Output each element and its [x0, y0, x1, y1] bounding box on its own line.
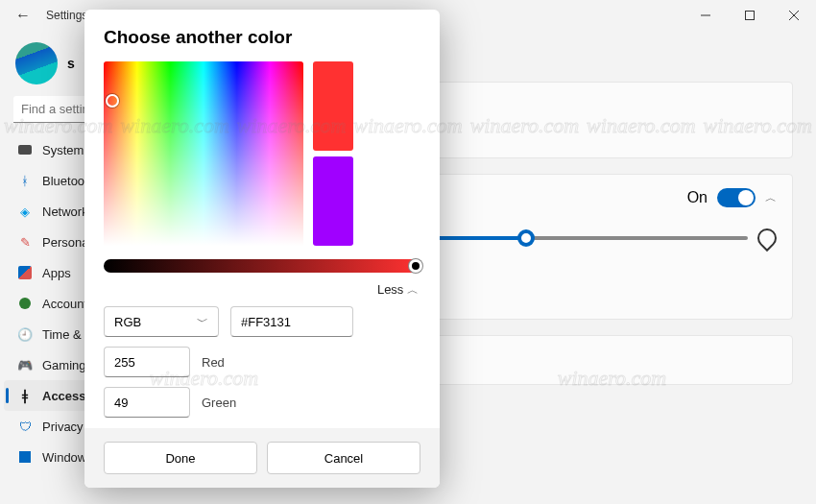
- hex-input[interactable]: [230, 306, 353, 337]
- svg-rect-1: [746, 12, 755, 20]
- accessibility-icon: ǂ: [17, 388, 33, 403]
- modal-title: Choose another color: [104, 27, 420, 48]
- clock-icon: 🕘: [17, 326, 33, 342]
- color-mode-select[interactable]: RGB ﹀: [104, 306, 219, 337]
- update-icon: [17, 449, 33, 465]
- wifi-icon: ◈: [17, 204, 33, 219]
- done-button[interactable]: Done: [104, 442, 257, 474]
- close-button[interactable]: [772, 0, 816, 31]
- avatar: [15, 42, 58, 84]
- chevron-up-icon: ︿: [407, 283, 419, 297]
- bluetooth-icon: ᚼ: [17, 173, 33, 188]
- apps-icon: [17, 265, 33, 280]
- window-controls: [684, 0, 816, 31]
- value-slider[interactable]: [104, 259, 420, 273]
- app-title: Settings: [46, 9, 87, 22]
- less-toggle[interactable]: Less ︿: [104, 280, 420, 306]
- size-large-icon: [754, 225, 780, 252]
- red-label: Red: [202, 355, 225, 370]
- color-gradient[interactable]: [104, 61, 303, 246]
- previous-color-preview: [313, 156, 353, 246]
- chevron-up-icon[interactable]: ︿: [765, 190, 777, 206]
- minimize-button[interactable]: [684, 0, 728, 31]
- maximize-button[interactable]: [728, 0, 772, 31]
- gamepad-icon: 🎮: [17, 357, 33, 372]
- indicator-toggle[interactable]: [717, 188, 756, 207]
- shield-icon: 🛡: [17, 419, 33, 434]
- brush-icon: ✎: [17, 234, 33, 250]
- value-thumb[interactable]: [409, 259, 422, 273]
- system-icon: [17, 142, 33, 157]
- back-button[interactable]: ←: [12, 7, 35, 24]
- red-input[interactable]: [104, 347, 190, 377]
- green-input[interactable]: [104, 387, 190, 418]
- toggle-label: On: [687, 189, 708, 206]
- current-color-preview: [313, 61, 353, 151]
- gradient-cursor[interactable]: [106, 94, 119, 108]
- profile-name: s: [67, 56, 75, 71]
- cancel-button[interactable]: Cancel: [267, 442, 420, 474]
- slider-thumb[interactable]: [517, 229, 535, 247]
- account-icon: [17, 296, 33, 311]
- color-picker-modal: Choose another color Less ︿ RGB ﹀ Red: [84, 10, 440, 488]
- green-label: Green: [202, 396, 236, 410]
- chevron-down-icon: ﹀: [197, 314, 208, 330]
